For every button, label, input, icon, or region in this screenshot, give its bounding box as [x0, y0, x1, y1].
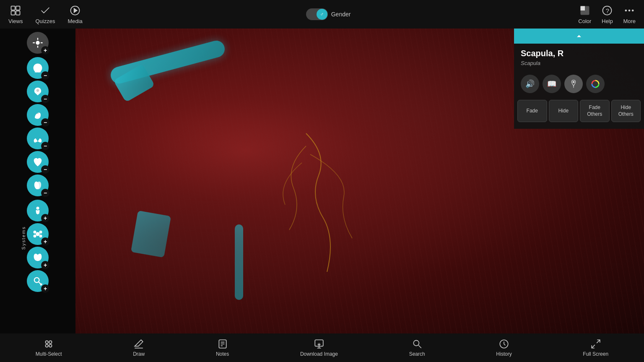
hide-others-button[interactable]: Hide Others	[611, 100, 641, 122]
svg-rect-1	[16, 6, 20, 10]
svg-point-28	[34, 278, 39, 283]
gender-pill[interactable]: ♂	[306, 8, 328, 20]
svg-point-37	[46, 344, 49, 347]
gender-system-button[interactable]: +	[27, 270, 49, 292]
nav-right-group: Color ? Help More	[578, 5, 636, 24]
gender-toggle[interactable]: ♂ Gender	[306, 8, 351, 20]
panel-subtitle: Scapula	[514, 60, 644, 71]
color-nav-item[interactable]: Color	[578, 5, 591, 24]
add-icon: +	[41, 284, 49, 293]
bottom-navigation: Multi-Select Draw Notes Download Image	[0, 333, 644, 362]
fetus-system-button[interactable]: +	[27, 200, 49, 221]
svg-point-36	[49, 341, 52, 344]
svg-rect-2	[11, 11, 15, 15]
brain-system-button[interactable]: −	[27, 81, 49, 102]
navigate-button[interactable]: +	[27, 32, 49, 54]
multi-select-button[interactable]: Multi-Select	[36, 339, 62, 357]
palette-button[interactable]	[586, 75, 605, 93]
skull-system-button[interactable]: −	[27, 57, 49, 79]
svg-point-38	[49, 344, 52, 347]
svg-point-26	[34, 234, 36, 237]
svg-point-11	[628, 9, 631, 11]
systems-label: Systems	[21, 226, 26, 250]
svg-point-13	[36, 42, 39, 44]
help-nav-item[interactable]: ? Help	[601, 5, 613, 24]
svg-line-52	[592, 345, 595, 348]
quizzes-nav-item[interactable]: Quizzes	[35, 5, 55, 24]
svg-rect-0	[11, 6, 15, 10]
svg-point-48	[413, 340, 419, 346]
pin-button[interactable]	[564, 75, 583, 93]
svg-point-35	[46, 341, 49, 344]
svg-text:?: ?	[606, 7, 609, 14]
minus-icon: −	[41, 95, 49, 103]
minus-icon: −	[41, 165, 49, 174]
svg-point-32	[573, 81, 574, 83]
svg-rect-18	[36, 71, 37, 72]
fade-others-button[interactable]: Fade Others	[580, 100, 610, 122]
top-navigation: Views Quizzes Media ♂ Gender Color	[0, 0, 644, 29]
panel-title: Scapula, R	[514, 44, 644, 60]
more-nav-item[interactable]: More	[623, 5, 636, 24]
add-icon: +	[41, 46, 49, 55]
kidney-system-button[interactable]: −	[27, 174, 49, 196]
gender-knob: ♂	[317, 9, 327, 20]
search-button[interactable]: Search	[409, 339, 425, 357]
svg-line-49	[418, 345, 421, 348]
scapula-highlight-lower	[131, 211, 171, 258]
panel-actions: Fade Hide Fade Others Hide Others	[514, 98, 644, 129]
svg-point-25	[39, 231, 42, 234]
notes-button[interactable]: Notes	[216, 339, 229, 357]
left-sidebar: + − − −	[0, 29, 75, 333]
scapula-highlight-vert	[235, 224, 243, 300]
svg-rect-3	[16, 11, 20, 15]
minus-icon: −	[41, 118, 49, 127]
heart-system-button[interactable]: −	[27, 151, 49, 173]
panel-collapse-button[interactable]	[514, 29, 644, 44]
download-button[interactable]: Download Image	[300, 339, 338, 357]
svg-point-22	[36, 207, 39, 210]
audio-button[interactable]: 🔊	[521, 75, 539, 93]
add-icon: +	[41, 261, 49, 269]
minus-icon: −	[41, 189, 49, 197]
minus-icon: −	[41, 142, 49, 150]
book-button[interactable]: 📖	[543, 75, 561, 93]
svg-point-12	[632, 9, 634, 11]
muscle-system-button[interactable]: −	[27, 104, 49, 126]
fullscreen-button[interactable]: Full Screen	[583, 339, 608, 357]
svg-point-27	[39, 234, 42, 237]
panel-icon-group: 🔊 📖	[514, 71, 644, 98]
add-icon: +	[41, 237, 49, 246]
svg-point-24	[34, 231, 36, 234]
nerve-lines	[243, 112, 369, 280]
svg-rect-7	[580, 6, 585, 10]
hide-button[interactable]: Hide	[549, 100, 579, 122]
right-panel: Scapula, R Scapula 🔊 📖	[514, 29, 644, 129]
svg-point-23	[36, 232, 39, 236]
organ-system-button[interactable]: +	[27, 247, 49, 268]
minus-icon: −	[41, 71, 49, 80]
media-nav-item[interactable]: Media	[68, 5, 82, 24]
add-icon: +	[41, 214, 49, 222]
svg-point-10	[625, 9, 627, 11]
history-button[interactable]: History	[496, 339, 512, 357]
svg-rect-19	[38, 71, 39, 72]
main-area: + − − −	[0, 29, 644, 333]
svg-line-51	[597, 340, 600, 343]
views-nav-item[interactable]: Views	[8, 5, 23, 24]
cells-system-button[interactable]: +	[27, 223, 49, 245]
fade-button[interactable]: Fade	[517, 100, 547, 122]
draw-button[interactable]: Draw	[133, 339, 145, 357]
svg-marker-5	[74, 8, 77, 12]
lung-system-button[interactable]: −	[27, 128, 49, 149]
